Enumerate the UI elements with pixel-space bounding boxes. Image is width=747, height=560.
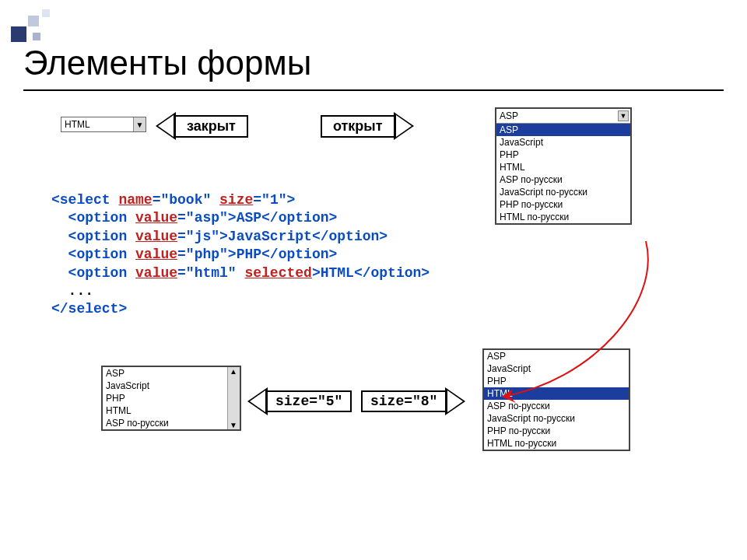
arrow-open-label: открыт xyxy=(321,115,394,138)
list-item[interactable]: JavaScript xyxy=(484,362,629,375)
arrow-right-icon xyxy=(445,387,465,415)
arrow-closed-label: закрыт xyxy=(176,115,248,138)
select-closed[interactable]: HTML ▼ xyxy=(61,117,146,132)
list-item[interactable]: HTML xyxy=(496,161,630,173)
scrollbar[interactable] xyxy=(227,367,240,429)
list-item[interactable]: PHP по-русски xyxy=(484,425,629,437)
list-item[interactable]: PHP xyxy=(496,149,630,161)
select-closed-value: HTML xyxy=(61,117,133,131)
select-open-options[interactable]: ASPJavaScriptPHPHTMLASP по-русскиJavaScr… xyxy=(496,124,630,223)
chevron-down-icon[interactable]: ▼ xyxy=(133,117,146,131)
size8-label: size="8" xyxy=(361,390,445,412)
arrow-left-icon xyxy=(156,112,176,140)
arrow-size5: size="5" xyxy=(247,387,352,415)
code-example: <select name="book" size="1"> <option va… xyxy=(51,191,430,319)
select-open[interactable]: ASP ▼ ASPJavaScriptPHPHTMLASP по-русскиJ… xyxy=(495,107,632,225)
arrow-closed: закрыт xyxy=(156,112,248,140)
select-size5[interactable]: ASPJavaScriptPHPHTMLASP по-русски xyxy=(101,366,241,431)
list-item[interactable]: HTML по-русски xyxy=(484,437,629,450)
list-item[interactable]: HTML xyxy=(484,387,629,400)
select-size8[interactable]: ASPJavaScriptPHPHTMLASP по-русскиJavaScr… xyxy=(482,348,630,451)
title-underline xyxy=(23,89,724,91)
arrow-size8: size="8" xyxy=(361,387,465,415)
list-item[interactable]: HTML xyxy=(103,404,227,417)
list-item[interactable]: ASP по-русски xyxy=(103,417,227,429)
list-item[interactable]: ASP xyxy=(496,124,630,136)
list-item[interactable]: PHP по-русски xyxy=(496,198,630,211)
list-item[interactable]: JavaScript xyxy=(496,136,630,149)
size5-label: size="5" xyxy=(268,390,352,412)
list-item[interactable]: JavaScript по-русски xyxy=(496,186,630,198)
list-item[interactable]: PHP xyxy=(103,392,227,404)
list-item[interactable]: HTML по-русски xyxy=(496,211,630,223)
list-item[interactable]: PHP xyxy=(484,375,629,387)
chevron-down-icon[interactable]: ▼ xyxy=(618,110,629,121)
arrow-left-icon xyxy=(247,387,268,415)
list-item[interactable]: ASP по-русски xyxy=(496,173,630,186)
list-item[interactable]: JavaScript xyxy=(103,380,227,392)
page-title: Элементы формы xyxy=(23,44,311,82)
list-item[interactable]: ASP по-русски xyxy=(484,400,629,412)
arrow-right-icon xyxy=(394,112,414,140)
slide-decoration xyxy=(11,9,54,48)
arrow-open: открыт xyxy=(321,112,414,140)
list-item[interactable]: ASP xyxy=(103,367,227,380)
list-item[interactable]: ASP xyxy=(484,350,629,362)
list-item[interactable]: JavaScript по-русски xyxy=(484,412,629,425)
select-open-value: ASP xyxy=(496,109,630,124)
